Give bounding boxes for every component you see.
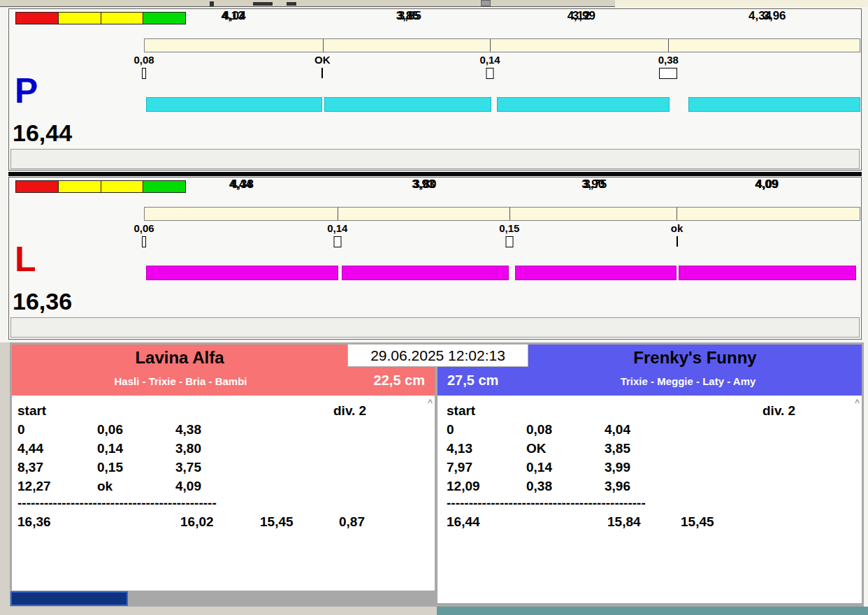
change-time-label: 0,06 xyxy=(133,222,154,234)
taskbar-button-fragment[interactable] xyxy=(10,591,128,606)
totals-row: 16,44 15,84 15,45 xyxy=(447,512,859,531)
team-right-panel: Frenky's Funny Trixie - Meggie - Laty - … xyxy=(437,345,862,603)
dog-time-bar xyxy=(679,266,856,280)
dog-time: 4,38 xyxy=(175,422,201,437)
change-marker-box xyxy=(505,236,513,247)
change-marker-box xyxy=(659,68,677,79)
dog-time-label: 3,80 xyxy=(413,178,436,191)
cumulative-time: 0 xyxy=(17,422,97,437)
dog-time-bar xyxy=(146,266,338,280)
datetime-display: 29.06.2025 12:02:13 xyxy=(347,344,528,367)
lane-p-letter: P xyxy=(15,73,38,108)
dog-time: 3,96 xyxy=(605,479,630,494)
team-right-results: start div. 2 0 0,08 4,04 4,13 OK 3,85 7,… xyxy=(437,396,862,603)
total-time: 16,44 xyxy=(447,514,607,530)
cumulative-time: 0 xyxy=(447,422,526,437)
background-text-fragment xyxy=(253,2,273,6)
result-row: 7,97 0,14 3,99 xyxy=(447,458,859,477)
results-separator: ----------------------------------------… xyxy=(447,495,859,512)
change-time: 0,14 xyxy=(97,441,175,456)
lane-p-total-bar xyxy=(144,38,860,52)
best-time: 15,45 xyxy=(681,514,714,530)
result-row: 12,27 ok 4,09 xyxy=(17,477,432,495)
change-time: 0,06 xyxy=(97,422,175,437)
background-button-fragment xyxy=(481,0,491,6)
dog-time: 3,85 xyxy=(605,441,630,456)
background-text-fragment xyxy=(287,2,296,6)
change-marker-box xyxy=(333,236,341,247)
change-time-label: 0,38 xyxy=(658,54,679,66)
change-time-label: OK xyxy=(314,54,331,66)
traffic-light-yellow1-cell xyxy=(58,12,101,24)
lane-separator-bar xyxy=(8,172,862,176)
cumulative-time: 8,37 xyxy=(17,460,97,475)
result-row: 12,09 0,38 3,96 xyxy=(447,477,859,495)
change-marker-line xyxy=(677,236,678,247)
team-left-members: Hasli - Trixie - Bria - Bambi xyxy=(12,375,349,387)
lane-p-total-time: 16,44 xyxy=(13,120,72,147)
change-time-label: 0,14 xyxy=(327,222,347,234)
results-header-row: start div. 2 xyxy=(447,401,859,420)
dog-time-label: 3,85 xyxy=(396,9,419,23)
start-label: start xyxy=(447,403,762,419)
lane-l-total-time: 16,36 xyxy=(13,288,72,315)
net-time: 16,02 xyxy=(180,514,260,530)
bottom-strip-right xyxy=(437,607,868,615)
cumulative-time: 12,27 xyxy=(17,479,97,494)
results-header-row: start div. 2 xyxy=(17,401,432,420)
background-text-fragment xyxy=(210,1,214,6)
result-row: 0 0,08 4,04 xyxy=(447,420,859,439)
change-time: ok xyxy=(97,479,175,494)
team-left-name: Lavina Alfa xyxy=(12,348,347,368)
change-time: 0,15 xyxy=(97,460,175,475)
dog-time: 4,09 xyxy=(175,479,201,494)
bar-divider xyxy=(668,39,669,52)
change-marker-box xyxy=(142,68,146,79)
lane-l-total-bar xyxy=(144,207,860,221)
cumulative-time: 4,13 xyxy=(447,441,526,456)
change-time-label: ok xyxy=(671,222,683,234)
change-time: 0,14 xyxy=(526,460,605,475)
traffic-light-red-cell xyxy=(15,180,59,193)
scroll-up-icon[interactable]: ^ xyxy=(428,398,433,407)
change-time-label: 0,08 xyxy=(133,54,154,66)
change-time: 0,38 xyxy=(526,479,605,494)
dog-time-label: 3,99 xyxy=(572,9,595,23)
division-label: div. 2 xyxy=(333,403,366,419)
lane-p-bar-area: 4,13 3,85 4,12 4,34 0,08 OK 0,14 0,38 4,… xyxy=(144,9,860,170)
dog-time-bar xyxy=(497,97,670,112)
result-row: 4,44 0,14 3,80 xyxy=(17,439,432,458)
result-row: 4,13 OK 3,85 xyxy=(447,439,859,458)
team-left-panel: Lavina Alfa Hasli - Trixie - Bria - Bamb… xyxy=(12,345,435,591)
result-row: 8,37 0,15 3,75 xyxy=(17,458,432,477)
dog-time-bar xyxy=(324,97,491,112)
team-left-jump-height: 22,5 cm xyxy=(374,372,425,389)
change-marker-box xyxy=(142,236,146,247)
diff-time: 0,87 xyxy=(339,514,365,530)
bar-divider xyxy=(490,39,491,52)
result-row: 0 0,06 4,38 xyxy=(17,420,432,439)
traffic-light-yellow2-cell xyxy=(101,12,144,24)
traffic-light-yellow1-cell xyxy=(58,180,101,193)
change-time-label: 0,15 xyxy=(499,222,519,234)
cumulative-time: 7,97 xyxy=(447,460,526,475)
results-separator: ----------------------------------------… xyxy=(17,495,432,512)
team-results-area: Lavina Alfa Hasli - Trixie - Bria - Bamb… xyxy=(10,342,864,607)
left-margin xyxy=(0,342,10,615)
scroll-up-icon[interactable]: ^ xyxy=(855,398,860,407)
change-time: OK xyxy=(526,441,605,456)
background-window-strip-right xyxy=(615,0,868,7)
team-right-jump-height: 27,5 cm xyxy=(447,372,498,389)
dog-time-bar xyxy=(342,266,509,280)
dog-time-bar xyxy=(146,97,322,112)
change-marker-line xyxy=(321,68,323,78)
lane-l-bar-area: 4,44 3,93 3,90 4,09 0,06 0,14 0,15 ok 4,… xyxy=(144,178,860,339)
lane-p-empty-strip xyxy=(10,149,860,169)
bar-divider xyxy=(338,208,338,220)
traffic-light-yellow2-cell xyxy=(101,180,144,193)
dog-time-bar xyxy=(688,97,860,112)
bar-divider xyxy=(677,208,677,220)
dog-time: 3,75 xyxy=(175,460,201,475)
change-time-label: 0,14 xyxy=(479,54,500,66)
background-window-strip xyxy=(0,0,868,7)
